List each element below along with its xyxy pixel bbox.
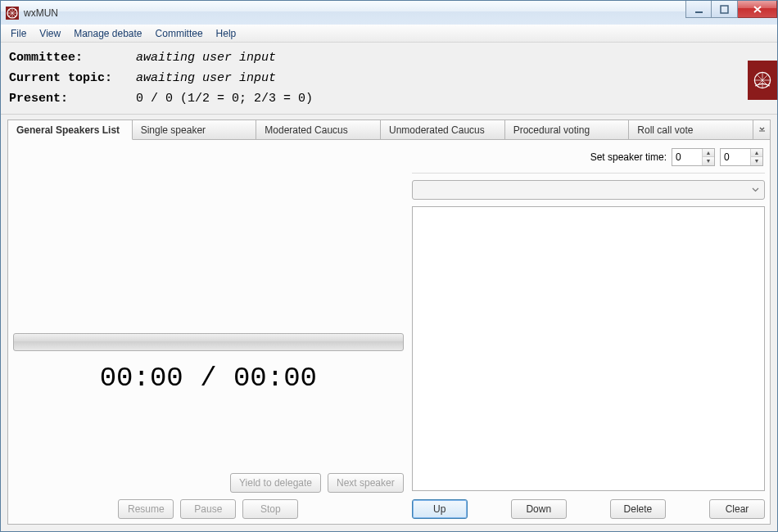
menu-committee[interactable]: Committee — [149, 26, 210, 41]
tab-body: 00:00 / 00:00 Yield to delegate Next spe… — [8, 140, 770, 524]
present-label: Present: — [9, 92, 136, 106]
clear-button[interactable]: Clear — [709, 499, 765, 519]
speaker-time-min-input[interactable] — [672, 149, 702, 165]
tab-roll-call-vote[interactable]: Roll call vote — [629, 120, 753, 139]
separator — [1, 114, 777, 115]
country-dropdown[interactable] — [412, 180, 765, 200]
speaker-time-sec[interactable]: ▲▼ — [720, 148, 763, 166]
tab-label: Unmoderated Caucus — [389, 124, 485, 136]
tab-label: Roll call vote — [637, 124, 693, 136]
committee-label: Committee: — [9, 51, 136, 65]
tab-label: General Speakers List — [16, 124, 120, 136]
tab-moderated-caucus[interactable]: Moderated Caucus — [256, 120, 381, 139]
tab-general-speakers-list[interactable]: General Speakers List — [8, 120, 133, 140]
topic-value: awaiting user input — [136, 71, 276, 85]
tab-overflow-button[interactable] — [753, 120, 770, 139]
tab-single-speaker[interactable]: Single speaker — [133, 120, 257, 139]
topic-label: Current topic: — [9, 71, 136, 85]
down-button[interactable]: Down — [511, 499, 567, 519]
speaker-time-sec-input[interactable] — [721, 149, 750, 165]
timer-progress — [13, 333, 404, 351]
speaker-time-min[interactable]: ▲▼ — [672, 148, 715, 166]
present-value: 0 / 0 (1/2 = 0; 2/3 = 0) — [136, 92, 313, 106]
stop-button[interactable]: Stop — [242, 499, 298, 519]
tab-label: Single speaker — [141, 124, 206, 136]
maximize-button[interactable] — [712, 1, 738, 18]
tab-unmoderated-caucus[interactable]: Unmoderated Caucus — [381, 120, 505, 139]
window-body: File View Manage debate Committee Help C… — [0, 25, 778, 532]
speakers-panel: Set speaker time: ▲▼ ▲▼ Up — [412, 145, 765, 519]
speakers-listbox[interactable] — [412, 206, 765, 491]
svg-rect-2 — [721, 6, 728, 13]
chevron-down-icon[interactable]: ▼ — [703, 157, 714, 165]
tab-container: General Speakers List Single speaker Mod… — [7, 119, 771, 525]
svg-rect-1 — [695, 11, 703, 13]
tab-label: Moderated Caucus — [265, 124, 347, 136]
chevron-up-icon[interactable]: ▲ — [751, 149, 762, 157]
titlebar: wxMUN — [0, 0, 778, 25]
timer-panel: 00:00 / 00:00 Yield to delegate Next spe… — [13, 145, 404, 519]
app-icon — [6, 7, 19, 20]
committee-info: Committee: awaiting user input Current t… — [7, 43, 771, 110]
resume-button[interactable]: Resume — [118, 499, 174, 519]
un-logo — [748, 61, 777, 100]
chevron-down-icon[interactable]: ▼ — [751, 157, 762, 165]
menu-view[interactable]: View — [33, 26, 67, 41]
window-controls — [685, 1, 777, 18]
window-title: wxMUN — [24, 7, 58, 19]
committee-value: awaiting user input — [136, 51, 276, 65]
yield-button[interactable]: Yield to delegate — [230, 473, 321, 493]
menu-file[interactable]: File — [4, 26, 33, 41]
chevron-up-icon[interactable]: ▲ — [703, 149, 714, 157]
separator — [412, 173, 765, 174]
tab-strip: General Speakers List Single speaker Mod… — [8, 120, 770, 140]
tab-procedural-voting[interactable]: Procedural voting — [505, 120, 630, 139]
minimize-button[interactable] — [685, 1, 712, 18]
close-button[interactable] — [738, 1, 777, 18]
next-speaker-button[interactable]: Next speaker — [328, 473, 404, 493]
up-button[interactable]: Up — [412, 499, 468, 519]
menu-help[interactable]: Help — [210, 26, 243, 41]
chevron-down-icon — [752, 187, 759, 192]
timer-display: 00:00 / 00:00 — [13, 363, 404, 394]
set-speaker-time-label: Set speaker time: — [590, 151, 667, 163]
tab-label: Procedural voting — [513, 124, 590, 136]
menubar: File View Manage debate Committee Help — [1, 25, 777, 43]
menu-manage-debate[interactable]: Manage debate — [67, 26, 148, 41]
delete-button[interactable]: Delete — [610, 499, 666, 519]
pause-button[interactable]: Pause — [180, 499, 236, 519]
chevron-down-icon — [758, 126, 766, 133]
